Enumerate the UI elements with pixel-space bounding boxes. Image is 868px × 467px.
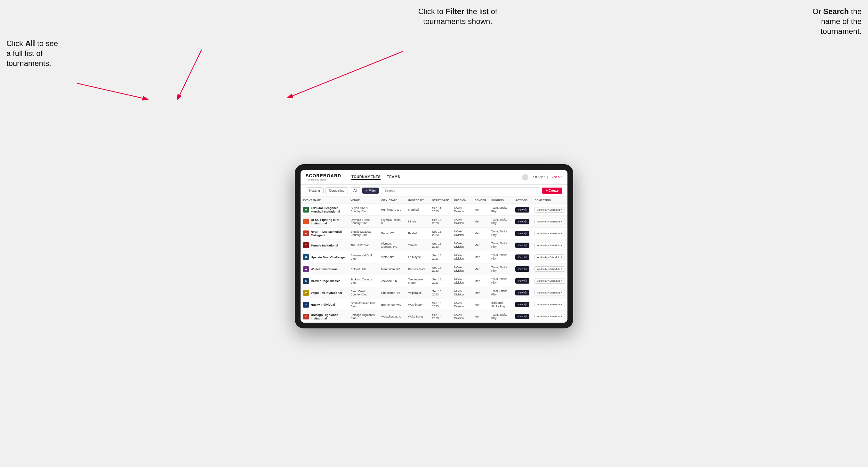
- venue-cell-2: Olympia Fields Country Club: [348, 216, 379, 227]
- col-start-date: START DATE: [430, 197, 452, 204]
- add-schedule-button-4[interactable]: Add to My Schedule +: [534, 243, 565, 248]
- start-date-cell-1: Sep 11, 2023: [430, 204, 452, 216]
- add-schedule-button-1[interactable]: Add to My Schedule +: [534, 207, 565, 213]
- division-cell-8: NCAA Division I: [452, 287, 472, 299]
- competing-cell-10: Add to My Schedule +: [532, 310, 567, 322]
- event-name-text-1: 2023 Joe Feaganes Marshall Invitational: [311, 206, 345, 213]
- city-state-cell-5: Victor, NY: [379, 251, 405, 263]
- add-schedule-button-8[interactable]: Add to My Schedule +: [534, 290, 565, 295]
- venue-cell-3: Shuttle Meadow Country Club: [348, 227, 379, 240]
- scoring-cell-5: Team, Stroke Play: [489, 251, 513, 263]
- nav-teams[interactable]: TEAMS: [387, 175, 400, 180]
- gender-cell-9: Men: [472, 299, 489, 310]
- user-label: Test User: [531, 176, 545, 179]
- city-state-cell-9: Bremerton, WA: [379, 299, 405, 310]
- city-state-cell-7: Jackson, TN: [379, 275, 405, 287]
- hosted-by-cell-10: Wake Forest: [405, 310, 430, 322]
- event-name-cell-8: V Valpo Fall Invitational: [301, 287, 348, 299]
- table-row: W Husky Individual Gold Mountain Golf Cl…: [301, 299, 567, 310]
- venue-cell-7: Jackson Country Club: [348, 275, 379, 287]
- event-name-text-2: OFCC Fighting Illini Invitational: [311, 218, 345, 225]
- logo-name: SCOREBOARD: [306, 173, 341, 178]
- view-button-4[interactable]: View ⓘ: [515, 243, 529, 248]
- event-name-text-7: Grover Page Classic: [311, 279, 340, 283]
- competing-cell-6: Add to My Schedule +: [532, 263, 567, 275]
- team-logo-8: V: [303, 290, 309, 296]
- filter-label: Filter: [369, 189, 376, 192]
- city-state-cell-2: Olympia Fields, IL: [379, 216, 405, 227]
- hosted-by-cell-3: Fairfield: [405, 227, 430, 240]
- team-logo-1: M: [303, 207, 309, 213]
- view-button-2[interactable]: View ⓘ: [515, 219, 529, 224]
- event-name-text-3: Ryan T. Lee Memorial Collegiate: [311, 230, 345, 237]
- tab-competing[interactable]: Competing: [326, 187, 348, 194]
- action-cell-6: View ⓘ: [513, 263, 532, 275]
- hosted-by-cell-6: Kansas State: [405, 263, 430, 275]
- team-logo-9: W: [303, 302, 309, 308]
- tab-hosting[interactable]: Hosting: [306, 187, 323, 194]
- separator: |: [547, 176, 548, 179]
- add-schedule-button-5[interactable]: Add to My Schedule +: [534, 254, 565, 260]
- tablet-frame: SCOREBOARD Powered by clippd TOURNAMENTS…: [295, 164, 573, 329]
- filter-bar: Hosting Competing All ≡ Filter + Create: [301, 185, 567, 197]
- tab-all[interactable]: All: [350, 187, 361, 194]
- view-button-3[interactable]: View ⓘ: [515, 231, 529, 236]
- gender-cell-10: Men: [472, 310, 489, 322]
- filter-icon: ≡: [366, 189, 367, 192]
- scoring-cell-3: Team, Stroke Play: [489, 227, 513, 240]
- add-schedule-button-6[interactable]: Add to My Schedule +: [534, 266, 565, 272]
- signout-link[interactable]: Sign out: [551, 176, 562, 179]
- division-cell-1: NCAA Division I: [452, 204, 472, 216]
- add-schedule-button-2[interactable]: Add to My Schedule +: [534, 219, 565, 224]
- view-icon-5: ⓘ: [524, 255, 527, 259]
- add-schedule-button-3[interactable]: Add to My Schedule +: [534, 231, 565, 236]
- avatar: [522, 174, 528, 181]
- venue-cell-9: Gold Mountain Golf Club: [348, 299, 379, 310]
- scoring-cell-1: Team, Stroke Play: [489, 204, 513, 216]
- col-scoring: SCORING: [489, 197, 513, 204]
- add-schedule-button-9[interactable]: Add to My Schedule +: [534, 302, 565, 307]
- event-name-cell-3: F Ryan T. Lee Memorial Collegiate: [301, 227, 348, 240]
- annotation-all: Click All to seea full list oftournament…: [6, 38, 58, 68]
- competing-cell-8: Add to My Schedule +: [532, 287, 567, 299]
- svg-line-1: [288, 51, 403, 98]
- event-name-text-6: Wildcat Invitational: [311, 267, 338, 271]
- view-button-10[interactable]: View ⓘ: [515, 314, 529, 319]
- view-button-6[interactable]: View ⓘ: [515, 266, 529, 272]
- filter-button[interactable]: ≡ Filter: [362, 188, 379, 194]
- create-button[interactable]: + Create: [542, 188, 562, 194]
- view-icon-8: ⓘ: [524, 291, 527, 294]
- scoring-cell-2: Team, Stroke Play: [489, 216, 513, 227]
- col-venue: VENUE: [348, 197, 379, 204]
- add-schedule-button-7[interactable]: Add to My Schedule +: [534, 278, 565, 284]
- view-button-9[interactable]: View ⓘ: [515, 302, 529, 307]
- tablet-screen: SCOREBOARD Powered by clippd TOURNAMENTS…: [301, 170, 567, 323]
- competing-cell-4: Add to My Schedule +: [532, 240, 567, 251]
- team-logo-6: W: [303, 266, 309, 272]
- view-icon-1: ⓘ: [524, 208, 527, 212]
- action-cell-1: View ⓘ: [513, 204, 532, 216]
- table-row: C Chicago Highlands Invitational Chicago…: [301, 310, 567, 322]
- nav-tournaments[interactable]: TOURNAMENTS: [351, 175, 380, 180]
- start-date-cell-5: Sep 16, 2023: [430, 251, 452, 263]
- team-logo-7: G: [303, 278, 309, 284]
- event-name-cell-6: W Wildcat Invitational: [301, 263, 348, 275]
- event-name-text-9: Husky Individual: [311, 303, 335, 306]
- view-button-7[interactable]: View ⓘ: [515, 278, 529, 284]
- search-input[interactable]: [381, 187, 540, 194]
- view-button-8[interactable]: View ⓘ: [515, 290, 529, 295]
- division-cell-3: NCAA Division I: [452, 227, 472, 240]
- view-button-1[interactable]: View ⓘ: [515, 207, 529, 213]
- action-cell-5: View ⓘ: [513, 251, 532, 263]
- view-button-5[interactable]: View ⓘ: [515, 254, 529, 260]
- hosted-by-cell-9: Washington: [405, 299, 430, 310]
- division-cell-2: NCAA Division I: [452, 216, 472, 227]
- start-date-cell-6: Sep 17, 2023: [430, 263, 452, 275]
- table-row: W Wildcat Invitational Colbert Hills Man…: [301, 263, 567, 275]
- view-icon-6: ⓘ: [524, 267, 527, 271]
- event-name-cell-1: M 2023 Joe Feaganes Marshall Invitationa…: [301, 204, 348, 216]
- add-schedule-button-10[interactable]: Add to My Schedule +: [534, 314, 565, 319]
- table-row: U Upstate Dual Challenge Ravenwood Golf …: [301, 251, 567, 263]
- action-cell-9: View ⓘ: [513, 299, 532, 310]
- hosted-by-cell-4: Temple: [405, 240, 430, 251]
